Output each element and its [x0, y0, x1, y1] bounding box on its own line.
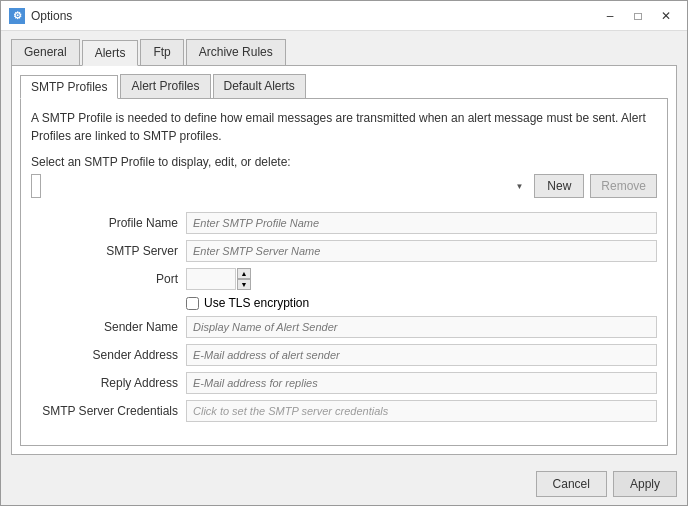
reply-address-input[interactable] [186, 372, 657, 394]
tls-label: Use TLS encryption [204, 296, 309, 310]
title-controls: – □ ✕ [597, 6, 679, 26]
description-text: A SMTP Profile is needed to define how e… [31, 109, 657, 145]
select-label: Select an SMTP Profile to display, edit,… [31, 155, 657, 169]
port-label: Port [31, 272, 186, 286]
top-tabs: General Alerts Ftp Archive Rules [11, 39, 677, 66]
apply-button[interactable]: Apply [613, 471, 677, 497]
main-content: General Alerts Ftp Archive Rules SMTP Pr… [1, 31, 687, 463]
select-row: New Remove [31, 174, 657, 198]
tab-general[interactable]: General [11, 39, 80, 65]
port-down-button[interactable]: ▼ [237, 279, 251, 290]
reply-address-row: Reply Address [31, 372, 657, 394]
credentials-label: SMTP Server Credentials [31, 404, 186, 418]
tab-ftp[interactable]: Ftp [140, 39, 183, 65]
port-input[interactable]: 1 [186, 268, 236, 290]
profile-name-label: Profile Name [31, 216, 186, 230]
smtp-server-label: SMTP Server [31, 244, 186, 258]
smtp-server-input[interactable] [186, 240, 657, 262]
port-input-area: 1 ▲ ▼ [186, 268, 251, 290]
bottom-bar: Cancel Apply [1, 463, 687, 505]
remove-button[interactable]: Remove [590, 174, 657, 198]
maximize-button[interactable]: □ [625, 6, 651, 26]
form-area: Profile Name SMTP Server Port 1 [31, 212, 657, 422]
window-icon: ⚙ [9, 8, 25, 24]
tab-smtp-profiles[interactable]: SMTP Profiles [20, 75, 118, 99]
credentials-button[interactable]: Click to set the SMTP server credentials [186, 400, 657, 422]
tls-checkbox[interactable] [186, 297, 199, 310]
port-row: Port 1 ▲ ▼ [31, 268, 657, 290]
credentials-row: SMTP Server Credentials Click to set the… [31, 400, 657, 422]
minimize-button[interactable]: – [597, 6, 623, 26]
smtp-profiles-content: A SMTP Profile is needed to define how e… [20, 99, 668, 446]
smtp-server-row: SMTP Server [31, 240, 657, 262]
tls-checkbox-area: Use TLS encryption [186, 296, 309, 310]
profile-select[interactable] [31, 174, 41, 198]
port-spinner: ▲ ▼ [237, 268, 251, 290]
tls-row: Use TLS encryption [31, 296, 657, 310]
sender-address-row: Sender Address [31, 344, 657, 366]
profile-select-wrapper [31, 174, 528, 198]
reply-address-label: Reply Address [31, 376, 186, 390]
sender-address-label: Sender Address [31, 348, 186, 362]
port-up-button[interactable]: ▲ [237, 268, 251, 279]
sender-name-label: Sender Name [31, 320, 186, 334]
sender-name-input[interactable] [186, 316, 657, 338]
tab-default-alerts[interactable]: Default Alerts [213, 74, 306, 98]
inner-panel: SMTP Profiles Alert Profiles Default Ale… [11, 66, 677, 455]
window-title: Options [31, 9, 72, 23]
profile-name-input[interactable] [186, 212, 657, 234]
new-button[interactable]: New [534, 174, 584, 198]
title-bar: ⚙ Options – □ ✕ [1, 1, 687, 31]
sender-address-input[interactable] [186, 344, 657, 366]
tab-alerts[interactable]: Alerts [82, 40, 139, 66]
cancel-button[interactable]: Cancel [536, 471, 607, 497]
close-button[interactable]: ✕ [653, 6, 679, 26]
sender-name-row: Sender Name [31, 316, 657, 338]
tab-archive-rules[interactable]: Archive Rules [186, 39, 286, 65]
tab-alert-profiles[interactable]: Alert Profiles [120, 74, 210, 98]
profile-name-row: Profile Name [31, 212, 657, 234]
options-window: ⚙ Options – □ ✕ General Alerts Ftp Archi… [0, 0, 688, 506]
title-bar-left: ⚙ Options [9, 8, 72, 24]
inner-tabs: SMTP Profiles Alert Profiles Default Ale… [20, 74, 668, 99]
